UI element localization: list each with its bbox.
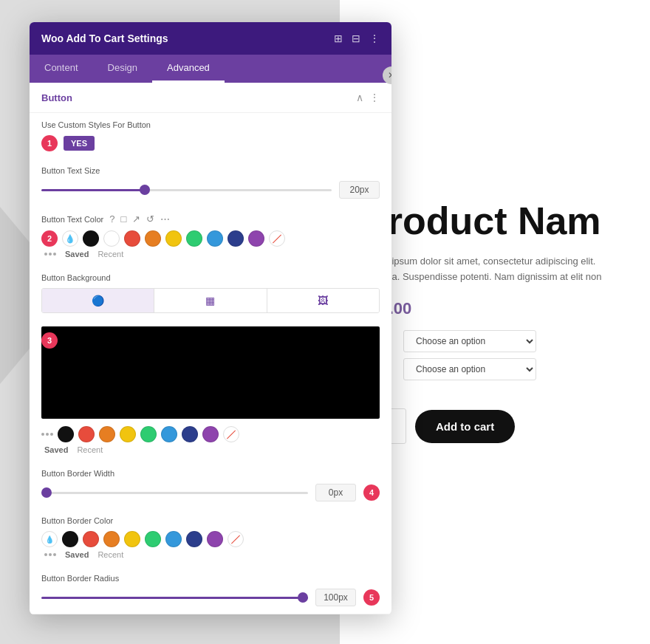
border-color-none[interactable] xyxy=(228,531,244,547)
clipboard-icon[interactable]: □ xyxy=(120,213,126,225)
border-color-black[interactable] xyxy=(62,531,78,547)
tab-design[interactable]: Design xyxy=(93,55,152,83)
settings-panel: Woo Add To Cart Settings ⊞ ⊟ ⋮ Content D… xyxy=(30,22,391,614)
saved-recent-tabs: Saved Recent xyxy=(41,250,380,258)
bg-gradient-tab[interactable]: ▦ xyxy=(154,289,267,312)
color-select[interactable]: Choose an option xyxy=(403,330,536,352)
border-radius-slider-row: 100px 5 xyxy=(41,589,380,606)
button-border-color-field: Button Border Color 💧 xyxy=(30,509,391,566)
product-price: $75.00 xyxy=(362,299,628,318)
more-swatches xyxy=(44,250,56,258)
border-more-swatches xyxy=(44,550,56,559)
bg-color-yellow[interactable] xyxy=(120,426,136,442)
button-text-size-label: Button Text Size xyxy=(41,166,380,175)
bg-color-tab[interactable]: 🔵 xyxy=(42,289,154,312)
bg-color-dark-blue[interactable] xyxy=(182,426,198,442)
border-color-red[interactable] xyxy=(83,531,99,547)
color-green[interactable] xyxy=(186,230,202,247)
bg-color-orange[interactable] xyxy=(99,426,115,442)
expand-icon[interactable]: ⊞ xyxy=(334,32,343,44)
button-border-radius-label: Button Border Radius xyxy=(41,574,380,583)
button-text-color-label: Button Text Color xyxy=(41,215,103,224)
border-color-dark-blue[interactable] xyxy=(186,531,202,547)
bg-saved-tab[interactable]: Saved xyxy=(44,445,68,454)
border-saved-recent-tabs: Saved Recent xyxy=(41,550,380,559)
tab-advanced[interactable]: Advanced xyxy=(152,55,225,83)
custom-styles-toggle[interactable]: YES xyxy=(64,136,95,151)
bg-color-black[interactable] xyxy=(58,426,74,442)
color-white[interactable] xyxy=(103,230,120,247)
bg-color-green[interactable] xyxy=(140,426,157,442)
text-size-slider[interactable] xyxy=(41,189,332,191)
button-background-field: Button Background 🔵 ▦ 🖼 xyxy=(30,266,391,326)
reset-icon[interactable]: ↺ xyxy=(146,213,154,225)
color-red[interactable] xyxy=(124,230,140,247)
border-eyedropper[interactable]: 💧 xyxy=(41,531,58,547)
color-dark-blue[interactable] xyxy=(228,230,244,247)
size-select[interactable]: Choose an option xyxy=(403,358,536,380)
color-preview-black[interactable] xyxy=(41,326,380,419)
color-option-row: color Choose an option xyxy=(362,330,628,352)
step-5-badge: 5 xyxy=(363,589,380,606)
section-title: Button xyxy=(41,92,72,103)
bg-color-blue[interactable] xyxy=(161,426,177,442)
panel-body: Button ∧ ⋮ Use Custom Styles For Button … xyxy=(30,83,391,614)
product-description: Lorem ipsum dolor sit amet, consectetur … xyxy=(362,254,628,285)
section-controls: ∧ ⋮ xyxy=(356,92,380,103)
image-bg-icon: 🖼 xyxy=(318,295,328,306)
border-radius-slider[interactable] xyxy=(41,597,308,599)
panel-header-icons: ⊞ ⊟ ⋮ xyxy=(334,32,380,44)
bg-image-tab[interactable]: 🖼 xyxy=(267,289,379,312)
recent-tab[interactable]: Recent xyxy=(98,250,123,258)
custom-styles-field: Use Custom Styles For Button 1 YES xyxy=(30,113,391,159)
button-text-size-field: Button Text Size 20px xyxy=(30,159,391,206)
bg-more-swatches xyxy=(41,433,53,436)
color-black[interactable] xyxy=(83,230,99,247)
add-to-cart-row: Add to cart xyxy=(362,408,628,444)
color-yellow[interactable] xyxy=(165,230,182,247)
button-border-width-label: Button Border Width xyxy=(41,469,380,478)
tab-content[interactable]: Content xyxy=(30,55,93,83)
eyedropper-swatch[interactable]: 💧 xyxy=(62,230,78,247)
product-options: color Choose an option size Choose an op… xyxy=(362,330,628,386)
bg-color-red[interactable] xyxy=(78,426,95,442)
step-4-badge: 4 xyxy=(363,484,380,501)
border-color-yellow[interactable] xyxy=(124,531,140,547)
saved-tab[interactable]: Saved xyxy=(65,250,89,258)
border-saved-tab[interactable]: Saved xyxy=(65,550,89,559)
button-border-color-label: Button Border Color xyxy=(41,516,380,525)
collapse-icon[interactable]: ⊟ xyxy=(352,32,360,44)
border-color-orange[interactable] xyxy=(103,531,120,547)
background-type-tabs: 🔵 ▦ 🖼 xyxy=(41,288,380,313)
add-to-cart-button[interactable]: Add to cart xyxy=(415,410,515,443)
gradient-bg-icon: ▦ xyxy=(205,295,215,306)
color-none[interactable] xyxy=(269,230,285,247)
button-background-label: Button Background xyxy=(41,273,380,282)
more-options-icon[interactable]: ⋯ xyxy=(160,213,170,225)
size-option-row: size Choose an option xyxy=(362,358,628,380)
border-color-blue[interactable] xyxy=(165,531,182,547)
text-size-slider-row: 20px xyxy=(41,181,380,199)
bg-color-none[interactable] xyxy=(223,426,239,442)
bg-color-purple[interactable] xyxy=(202,426,219,442)
border-recent-tab[interactable]: Recent xyxy=(98,550,123,559)
help-icon[interactable]: ? xyxy=(109,213,114,225)
panel-footer: ✕ ↺ ↻ ✓ xyxy=(30,614,391,614)
bg-saved-recent-tabs: Saved Recent xyxy=(41,445,380,454)
border-color-purple[interactable] xyxy=(207,531,223,547)
color-blue[interactable] xyxy=(207,230,223,247)
color-orange[interactable] xyxy=(145,230,161,247)
bg-recent-tab[interactable]: Recent xyxy=(77,445,103,454)
color-purple[interactable] xyxy=(248,230,264,247)
more-icon[interactable]: ⋮ xyxy=(369,32,380,44)
button-border-radius-field: Button Border Radius 100px 5 xyxy=(30,566,391,614)
section-more-icon[interactable]: ⋮ xyxy=(369,92,380,103)
border-color-green[interactable] xyxy=(145,531,161,547)
collapse-section-icon[interactable]: ∧ xyxy=(356,92,363,103)
cursor-icon[interactable]: ↗ xyxy=(132,213,140,225)
border-radius-value: 100px xyxy=(315,589,356,606)
button-border-width-field: Button Border Width 0px 4 xyxy=(30,462,391,509)
step-1-badge: 1 xyxy=(41,135,58,151)
color-toolbar: Button Text Color ? □ ↗ ↺ ⋯ xyxy=(41,213,380,225)
border-width-slider[interactable] xyxy=(41,492,308,494)
